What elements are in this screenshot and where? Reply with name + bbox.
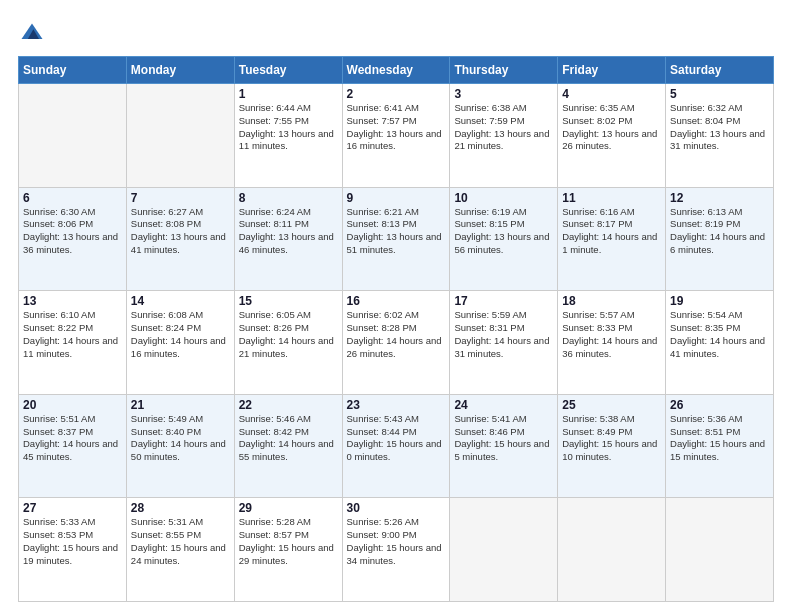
day-info: Sunrise: 5:46 AM Sunset: 8:42 PM Dayligh…	[239, 413, 338, 464]
day-info: Sunrise: 6:08 AM Sunset: 8:24 PM Dayligh…	[131, 309, 230, 360]
day-number: 26	[670, 398, 769, 412]
calendar-cell	[450, 498, 558, 602]
calendar-cell: 29Sunrise: 5:28 AM Sunset: 8:57 PM Dayli…	[234, 498, 342, 602]
day-number: 17	[454, 294, 553, 308]
day-info: Sunrise: 6:44 AM Sunset: 7:55 PM Dayligh…	[239, 102, 338, 153]
day-number: 5	[670, 87, 769, 101]
calendar-cell: 25Sunrise: 5:38 AM Sunset: 8:49 PM Dayli…	[558, 394, 666, 498]
weekday-header-thursday: Thursday	[450, 57, 558, 84]
calendar-cell	[19, 84, 127, 188]
day-number: 12	[670, 191, 769, 205]
calendar-cell: 10Sunrise: 6:19 AM Sunset: 8:15 PM Dayli…	[450, 187, 558, 291]
day-info: Sunrise: 5:33 AM Sunset: 8:53 PM Dayligh…	[23, 516, 122, 567]
day-number: 20	[23, 398, 122, 412]
day-info: Sunrise: 6:21 AM Sunset: 8:13 PM Dayligh…	[347, 206, 446, 257]
calendar-header: SundayMondayTuesdayWednesdayThursdayFrid…	[19, 57, 774, 84]
calendar-cell: 17Sunrise: 5:59 AM Sunset: 8:31 PM Dayli…	[450, 291, 558, 395]
day-number: 19	[670, 294, 769, 308]
calendar-cell: 12Sunrise: 6:13 AM Sunset: 8:19 PM Dayli…	[666, 187, 774, 291]
calendar-cell: 22Sunrise: 5:46 AM Sunset: 8:42 PM Dayli…	[234, 394, 342, 498]
day-number: 21	[131, 398, 230, 412]
day-number: 9	[347, 191, 446, 205]
calendar-cell: 26Sunrise: 5:36 AM Sunset: 8:51 PM Dayli…	[666, 394, 774, 498]
calendar-cell: 16Sunrise: 6:02 AM Sunset: 8:28 PM Dayli…	[342, 291, 450, 395]
day-info: Sunrise: 6:30 AM Sunset: 8:06 PM Dayligh…	[23, 206, 122, 257]
calendar-cell: 15Sunrise: 6:05 AM Sunset: 8:26 PM Dayli…	[234, 291, 342, 395]
day-info: Sunrise: 6:38 AM Sunset: 7:59 PM Dayligh…	[454, 102, 553, 153]
logo-icon	[18, 18, 46, 46]
day-info: Sunrise: 6:35 AM Sunset: 8:02 PM Dayligh…	[562, 102, 661, 153]
calendar-cell: 30Sunrise: 5:26 AM Sunset: 9:00 PM Dayli…	[342, 498, 450, 602]
header	[18, 18, 774, 46]
calendar-cell: 20Sunrise: 5:51 AM Sunset: 8:37 PM Dayli…	[19, 394, 127, 498]
day-number: 30	[347, 501, 446, 515]
day-info: Sunrise: 6:10 AM Sunset: 8:22 PM Dayligh…	[23, 309, 122, 360]
day-info: Sunrise: 5:26 AM Sunset: 9:00 PM Dayligh…	[347, 516, 446, 567]
calendar-cell: 14Sunrise: 6:08 AM Sunset: 8:24 PM Dayli…	[126, 291, 234, 395]
weekday-header-friday: Friday	[558, 57, 666, 84]
day-number: 14	[131, 294, 230, 308]
calendar-cell: 19Sunrise: 5:54 AM Sunset: 8:35 PM Dayli…	[666, 291, 774, 395]
day-info: Sunrise: 6:05 AM Sunset: 8:26 PM Dayligh…	[239, 309, 338, 360]
week-row-1: 1Sunrise: 6:44 AM Sunset: 7:55 PM Daylig…	[19, 84, 774, 188]
calendar-cell: 11Sunrise: 6:16 AM Sunset: 8:17 PM Dayli…	[558, 187, 666, 291]
day-number: 15	[239, 294, 338, 308]
day-info: Sunrise: 5:31 AM Sunset: 8:55 PM Dayligh…	[131, 516, 230, 567]
week-row-3: 13Sunrise: 6:10 AM Sunset: 8:22 PM Dayli…	[19, 291, 774, 395]
day-number: 29	[239, 501, 338, 515]
calendar-cell: 4Sunrise: 6:35 AM Sunset: 8:02 PM Daylig…	[558, 84, 666, 188]
calendar-cell: 3Sunrise: 6:38 AM Sunset: 7:59 PM Daylig…	[450, 84, 558, 188]
day-info: Sunrise: 6:19 AM Sunset: 8:15 PM Dayligh…	[454, 206, 553, 257]
weekday-header-wednesday: Wednesday	[342, 57, 450, 84]
weekday-header-tuesday: Tuesday	[234, 57, 342, 84]
calendar-cell: 6Sunrise: 6:30 AM Sunset: 8:06 PM Daylig…	[19, 187, 127, 291]
day-info: Sunrise: 6:24 AM Sunset: 8:11 PM Dayligh…	[239, 206, 338, 257]
day-info: Sunrise: 6:32 AM Sunset: 8:04 PM Dayligh…	[670, 102, 769, 153]
day-number: 18	[562, 294, 661, 308]
day-number: 13	[23, 294, 122, 308]
calendar-cell	[666, 498, 774, 602]
weekday-row: SundayMondayTuesdayWednesdayThursdayFrid…	[19, 57, 774, 84]
calendar-cell: 1Sunrise: 6:44 AM Sunset: 7:55 PM Daylig…	[234, 84, 342, 188]
calendar-cell: 18Sunrise: 5:57 AM Sunset: 8:33 PM Dayli…	[558, 291, 666, 395]
week-row-4: 20Sunrise: 5:51 AM Sunset: 8:37 PM Dayli…	[19, 394, 774, 498]
day-number: 25	[562, 398, 661, 412]
day-info: Sunrise: 5:51 AM Sunset: 8:37 PM Dayligh…	[23, 413, 122, 464]
calendar-cell: 9Sunrise: 6:21 AM Sunset: 8:13 PM Daylig…	[342, 187, 450, 291]
calendar-cell: 28Sunrise: 5:31 AM Sunset: 8:55 PM Dayli…	[126, 498, 234, 602]
weekday-header-sunday: Sunday	[19, 57, 127, 84]
calendar-body: 1Sunrise: 6:44 AM Sunset: 7:55 PM Daylig…	[19, 84, 774, 602]
day-number: 24	[454, 398, 553, 412]
calendar-table: SundayMondayTuesdayWednesdayThursdayFrid…	[18, 56, 774, 602]
day-info: Sunrise: 6:13 AM Sunset: 8:19 PM Dayligh…	[670, 206, 769, 257]
day-info: Sunrise: 5:41 AM Sunset: 8:46 PM Dayligh…	[454, 413, 553, 464]
day-info: Sunrise: 5:36 AM Sunset: 8:51 PM Dayligh…	[670, 413, 769, 464]
day-number: 27	[23, 501, 122, 515]
day-info: Sunrise: 5:57 AM Sunset: 8:33 PM Dayligh…	[562, 309, 661, 360]
day-number: 28	[131, 501, 230, 515]
calendar-cell: 23Sunrise: 5:43 AM Sunset: 8:44 PM Dayli…	[342, 394, 450, 498]
day-number: 7	[131, 191, 230, 205]
day-number: 16	[347, 294, 446, 308]
calendar-cell: 5Sunrise: 6:32 AM Sunset: 8:04 PM Daylig…	[666, 84, 774, 188]
calendar-cell	[558, 498, 666, 602]
calendar-cell: 24Sunrise: 5:41 AM Sunset: 8:46 PM Dayli…	[450, 394, 558, 498]
weekday-header-saturday: Saturday	[666, 57, 774, 84]
day-number: 2	[347, 87, 446, 101]
week-row-2: 6Sunrise: 6:30 AM Sunset: 8:06 PM Daylig…	[19, 187, 774, 291]
calendar-cell: 13Sunrise: 6:10 AM Sunset: 8:22 PM Dayli…	[19, 291, 127, 395]
day-info: Sunrise: 5:54 AM Sunset: 8:35 PM Dayligh…	[670, 309, 769, 360]
day-number: 6	[23, 191, 122, 205]
calendar-cell: 8Sunrise: 6:24 AM Sunset: 8:11 PM Daylig…	[234, 187, 342, 291]
calendar-cell: 7Sunrise: 6:27 AM Sunset: 8:08 PM Daylig…	[126, 187, 234, 291]
week-row-5: 27Sunrise: 5:33 AM Sunset: 8:53 PM Dayli…	[19, 498, 774, 602]
day-number: 10	[454, 191, 553, 205]
calendar-cell: 27Sunrise: 5:33 AM Sunset: 8:53 PM Dayli…	[19, 498, 127, 602]
weekday-header-monday: Monday	[126, 57, 234, 84]
calendar-cell: 21Sunrise: 5:49 AM Sunset: 8:40 PM Dayli…	[126, 394, 234, 498]
logo	[18, 18, 50, 46]
calendar-cell	[126, 84, 234, 188]
day-number: 4	[562, 87, 661, 101]
day-number: 1	[239, 87, 338, 101]
page: SundayMondayTuesdayWednesdayThursdayFrid…	[0, 0, 792, 612]
